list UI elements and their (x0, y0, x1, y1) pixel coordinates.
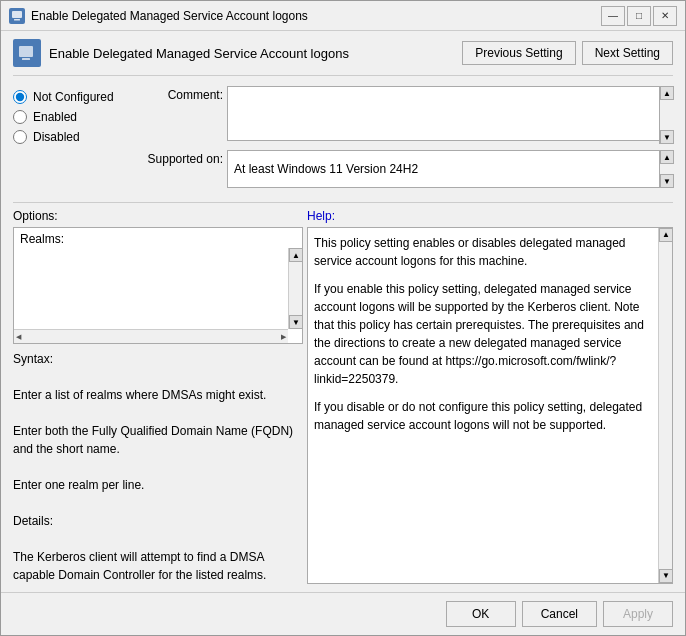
divider (13, 202, 673, 203)
svg-rect-1 (14, 19, 20, 21)
comment-container: ▲ ▼ (227, 86, 673, 144)
options-help-row: Realms: ▲ ▼ ◀ ▶ (13, 227, 673, 584)
minimize-button[interactable]: — (601, 6, 625, 26)
svg-rect-0 (12, 11, 22, 18)
header-left: Enable Delegated Managed Service Account… (13, 39, 349, 67)
realms-scroll-left[interactable]: ◀ (16, 333, 21, 341)
help-box: This policy setting enables or disables … (307, 227, 673, 584)
ok-button[interactable]: OK (446, 601, 516, 627)
window-title: Enable Delegated Managed Service Account… (31, 9, 308, 23)
apply-button[interactable]: Apply (603, 601, 673, 627)
supported-value: At least Windows 11 Version 24H2 (227, 150, 673, 188)
supported-scroll-down[interactable]: ▼ (660, 174, 674, 188)
options-section: Realms: ▲ ▼ ◀ ▶ (13, 227, 303, 584)
section-titles: Options: Help: (13, 209, 673, 223)
help-para3: If you disable or do not configure this … (314, 398, 652, 434)
realms-textarea[interactable] (14, 248, 302, 329)
content-area: Enable Delegated Managed Service Account… (1, 31, 685, 592)
help-para1: This policy setting enables or disables … (314, 234, 652, 270)
syntax-line3: Enter both the Fully Qualified Domain Na… (13, 422, 303, 458)
window-icon (9, 8, 25, 24)
realms-scroll-down[interactable]: ▼ (289, 315, 303, 329)
comment-scroll-up[interactable]: ▲ (660, 86, 674, 100)
previous-setting-button[interactable]: Previous Setting (462, 41, 575, 65)
header-title: Enable Delegated Managed Service Account… (49, 46, 349, 61)
right-panel: Comment: ▲ ▼ Supported on: At least (133, 86, 673, 188)
details-text: The Kerberos client will attempt to find… (13, 548, 303, 584)
title-controls: — □ ✕ (601, 6, 677, 26)
help-title-wrap: Help: (307, 209, 673, 223)
svg-rect-2 (19, 46, 33, 57)
help-title: Help: (307, 209, 335, 223)
realms-content: ▲ ▼ ◀ ▶ (14, 248, 302, 343)
syntax-line2: Enter a list of realms where DMSAs might… (13, 386, 303, 404)
help-scroll-down[interactable]: ▼ (659, 569, 673, 583)
realms-scroll-right[interactable]: ▶ (281, 333, 286, 341)
comment-scroll-down[interactable]: ▼ (660, 130, 674, 144)
realms-box: Realms: ▲ ▼ ◀ ▶ (13, 227, 303, 344)
comment-label: Comment: (133, 86, 223, 102)
syntax-area: Syntax: Enter a list of realms where DMS… (13, 350, 303, 584)
main-window: Enable Delegated Managed Service Account… (0, 0, 686, 636)
comment-scrollbar: ▲ ▼ (659, 86, 673, 144)
disabled-radio[interactable]: Disabled (13, 130, 133, 144)
help-text: This policy setting enables or disables … (308, 228, 672, 583)
help-scrollbar: ▲ ▼ (658, 228, 672, 583)
bottom-bar: OK Cancel Apply (1, 592, 685, 635)
syntax-line4: Enter one realm per line. (13, 476, 303, 494)
realms-scrollbar-h: ◀ ▶ (14, 329, 288, 343)
enabled-radio[interactable]: Enabled (13, 110, 133, 124)
help-para2: If you enable this policy setting, deleg… (314, 280, 652, 388)
supported-scroll-up[interactable]: ▲ (660, 150, 674, 164)
header-icon (13, 39, 41, 67)
next-setting-button[interactable]: Next Setting (582, 41, 673, 65)
details-title: Details: (13, 512, 303, 530)
realms-scrollbar-v: ▲ ▼ (288, 248, 302, 329)
realms-scroll-up[interactable]: ▲ (289, 248, 303, 262)
close-button[interactable]: ✕ (653, 6, 677, 26)
options-title: Options: (13, 209, 58, 223)
realms-label: Realms: (14, 228, 302, 248)
comment-row: Comment: ▲ ▼ (133, 86, 673, 144)
supported-container: At least Windows 11 Version 24H2 ▲ ▼ (227, 150, 673, 188)
title-bar-left: Enable Delegated Managed Service Account… (9, 8, 308, 24)
supported-label: Supported on: (133, 150, 223, 166)
maximize-button[interactable]: □ (627, 6, 651, 26)
help-scroll-up[interactable]: ▲ (659, 228, 673, 242)
supported-scrollbar: ▲ ▼ (659, 150, 673, 188)
radio-group: Not Configured Enabled Disabled (13, 86, 133, 188)
syntax-title: Syntax: (13, 350, 303, 368)
not-configured-radio[interactable]: Not Configured (13, 90, 133, 104)
settings-section: Not Configured Enabled Disabled Comment: (13, 86, 673, 188)
cancel-button[interactable]: Cancel (522, 601, 597, 627)
options-title-wrap: Options: (13, 209, 303, 223)
header-row: Enable Delegated Managed Service Account… (13, 39, 673, 76)
comment-textarea[interactable] (227, 86, 673, 141)
title-bar: Enable Delegated Managed Service Account… (1, 1, 685, 31)
supported-row: Supported on: At least Windows 11 Versio… (133, 150, 673, 188)
svg-rect-3 (22, 58, 30, 60)
help-section: This policy setting enables or disables … (307, 227, 673, 584)
header-buttons: Previous Setting Next Setting (462, 41, 673, 65)
